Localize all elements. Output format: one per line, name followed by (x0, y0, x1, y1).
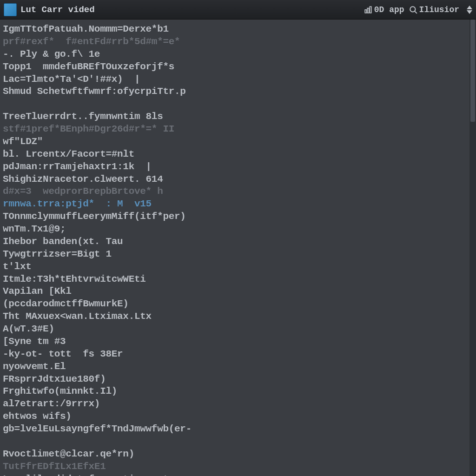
titlebar: Lut Carr vided 0D app Iliusior (0, 0, 476, 20)
code-line[interactable]: Tht MAxuex<wan.Ltximax.Ltx (3, 311, 467, 323)
tool-app-button[interactable]: 0D app (364, 5, 404, 14)
scrollbar-thumb[interactable] (470, 20, 475, 122)
code-line[interactable]: bl. Lrcentx/Facort=#nlt (3, 148, 467, 161)
code-line[interactable]: Rvoctlimet@clcar.qe*rn) (3, 448, 467, 461)
code-editor[interactable]: IgmTTtofPatuah.Nommm=Derxe*b1prf#rexf* f… (0, 20, 469, 476)
code-line[interactable]: ShighizNracetor.clweert. 614 (3, 173, 467, 186)
code-line[interactable]: TutFfrEDfILx1EfxE1 (3, 461, 467, 473)
blank-line (3, 436, 467, 448)
code-line[interactable]: wf"LDZ" (3, 136, 467, 148)
tool-search-label: Iliusior (419, 5, 459, 14)
code-line[interactable]: al7etrart:/9rrrx) (3, 398, 467, 410)
code-line[interactable]: Lpselilumdidrt.fymnwntimexwntr (3, 473, 467, 476)
code-line[interactable]: Ihebor banden(xt. Tau (3, 236, 467, 248)
editor-area: IgmTTtofPatuah.Nommm=Derxe*b1prf#rexf* f… (0, 20, 476, 476)
code-line[interactable]: prf#rexf* f#entFd#rrb*5d#m*=e* (3, 36, 467, 48)
code-line[interactable]: Vapilan [Kkl (3, 285, 467, 298)
code-line[interactable]: IgmTTtofPatuah.Nommm=Derxe*b1 (3, 23, 467, 36)
chevron-up-icon (467, 6, 472, 9)
code-line[interactable]: rmnwa.trra:ptjd* : M v15 (3, 198, 467, 211)
code-line[interactable]: gb=lvelEuLsayngfef*TndJmwwfwb(er- (3, 423, 467, 436)
vertical-scrollbar[interactable] (469, 20, 476, 476)
code-line[interactable]: t'lxt (3, 261, 467, 273)
code-line[interactable]: Topp1 mmdefuBREfTOuxzeforjf*s (3, 61, 467, 73)
svg-rect-0 (365, 10, 366, 13)
sort-arrows-button[interactable] (467, 6, 472, 14)
code-line[interactable]: TOnnmclymmuffLeerymMiff(itf*per) (3, 211, 467, 223)
svg-line-4 (415, 11, 417, 13)
code-line[interactable]: A(wT.3#E) (3, 323, 467, 336)
svg-rect-2 (370, 7, 371, 13)
code-line[interactable]: ehtwos wifs) (3, 410, 467, 423)
window-title: Lut Carr vided (20, 5, 364, 15)
svg-rect-1 (367, 8, 369, 13)
code-line[interactable]: Tywgtrrizser=Bigt 1 (3, 248, 467, 261)
svg-point-3 (410, 7, 415, 12)
blank-line (3, 98, 467, 111)
code-line[interactable]: Itmle:T3h*tEhtvrwitcwWEti (3, 273, 467, 286)
search-icon (409, 6, 417, 14)
code-line[interactable]: TreeTluerrdrt..fymnwntim 8ls (3, 111, 467, 123)
chart-icon (364, 6, 372, 14)
code-line[interactable]: FRsprrJdtx1ue180f) (3, 373, 467, 386)
code-line[interactable]: (pccdarodmctffBwmurkE) (3, 298, 467, 311)
code-line[interactable]: -ky-ot- tott fs 38Er (3, 348, 467, 361)
tool-search-button[interactable]: Iliusior (409, 5, 459, 14)
code-line[interactable]: wnTm.Tx1@9; (3, 223, 467, 236)
code-line[interactable]: [Syne tm #3 (3, 336, 467, 348)
code-line[interactable]: d#x=3 wedprorBrepbBrtove* h (3, 185, 467, 198)
chevron-down-icon (467, 10, 472, 14)
code-line[interactable]: stf#1pref*BEnph#Dgr26d#r*=* II (3, 123, 467, 136)
code-line[interactable]: -. Ply & go.f\ 1e (3, 48, 467, 61)
code-line[interactable]: Shmud Schetwftfwmrf:ofycrpiTtr.p (3, 86, 467, 98)
code-line[interactable]: pdJman:rrTamjehaxtr1:1k | (3, 161, 467, 173)
titlebar-tools: 0D app Iliusior (364, 5, 472, 14)
code-line[interactable]: nyowvemt.El (3, 361, 467, 373)
code-line[interactable]: Lac=Tlmto*Ta'<D'!##x) | (3, 73, 467, 86)
code-line[interactable]: Frghitwfo(minnkt.Il) (3, 385, 467, 398)
tool-app-label: 0D app (374, 5, 404, 14)
app-icon (4, 3, 17, 16)
